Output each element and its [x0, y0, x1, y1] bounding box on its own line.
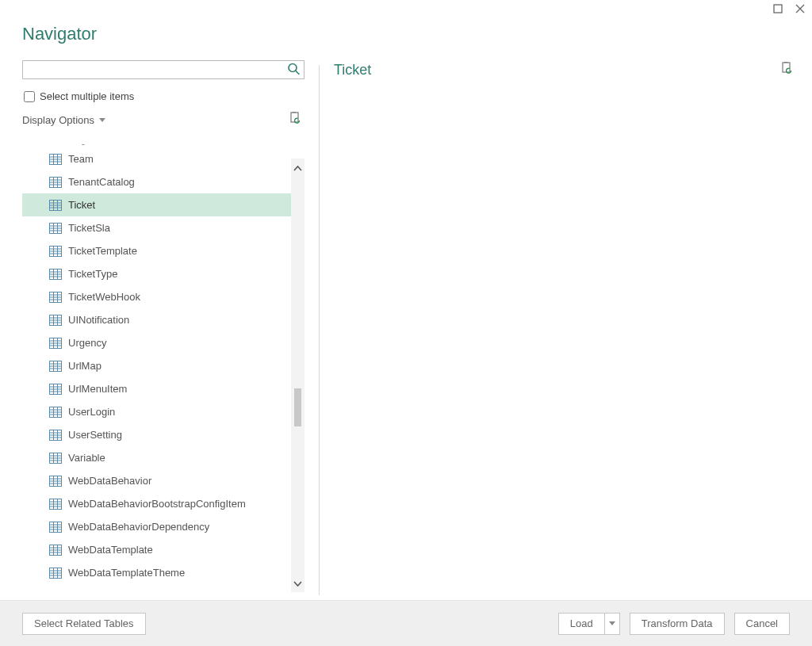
- table-item[interactable]: WebDataTemplateTheme: [22, 561, 304, 584]
- table-item[interactable]: WebDataBehavior: [22, 469, 304, 492]
- table-item[interactable]: TicketType: [22, 262, 304, 285]
- chevron-down-icon: [99, 118, 105, 122]
- table-item[interactable]: Ticket: [22, 193, 304, 216]
- table-item-label: UserSetting: [68, 429, 122, 441]
- table-icon: [49, 430, 62, 441]
- pane-divider: [319, 65, 320, 595]
- table-item[interactable]: Urgency: [22, 331, 304, 354]
- table-icon: [49, 361, 62, 372]
- transform-data-button[interactable]: Transform Data: [630, 613, 725, 635]
- table-item[interactable]: TicketSla: [22, 216, 304, 239]
- table-item-label: TicketTemplate: [68, 245, 137, 257]
- table-icon: [49, 522, 62, 533]
- table-item[interactable]: TicketTemplate: [22, 239, 304, 262]
- table-item-label: WebDataTemplateTheme: [68, 567, 185, 579]
- search-box: [22, 60, 304, 79]
- table-icon: [49, 200, 62, 211]
- table-item[interactable]: WebDataBehaviorDependency: [22, 515, 304, 538]
- select-multiple-label: Select multiple items: [40, 90, 134, 102]
- table-item[interactable]: TenantCatalog: [22, 170, 304, 193]
- table-icon: [49, 568, 62, 579]
- preview-refresh-icon[interactable]: [780, 62, 793, 78]
- cancel-button[interactable]: Cancel: [734, 613, 790, 635]
- table-item-label: Ticket: [68, 199, 95, 211]
- table-item[interactable]: Variable: [22, 446, 304, 469]
- table-item[interactable]: WebDataBehaviorBootstrapConfigItem: [22, 492, 304, 515]
- display-options-label: Display Options: [22, 114, 94, 126]
- display-options-button[interactable]: Display Options: [22, 114, 105, 126]
- table-icon: [49, 453, 62, 464]
- preview-title: Ticket: [334, 62, 371, 78]
- scrollbar[interactable]: [291, 159, 304, 592]
- table-item-label: WebDataTemplate: [68, 544, 153, 556]
- table-item-label: UrlMenuItem: [68, 383, 127, 395]
- navigator-title: Navigator: [22, 24, 790, 44]
- maximize-icon[interactable]: [772, 3, 783, 14]
- table-item-label: Variable: [68, 452, 105, 464]
- table-icon: [49, 292, 62, 303]
- tree-separator: -: [22, 140, 304, 147]
- scroll-down-icon[interactable]: [293, 577, 302, 589]
- select-multiple-checkbox[interactable]: [24, 91, 35, 102]
- table-icon: [49, 154, 62, 165]
- table-item-label: TicketWebHook: [68, 291, 140, 303]
- chevron-down-icon: [609, 621, 615, 625]
- tree-wrap: -TeamTenantCatalogTicketTicketSlaTicketT…: [22, 136, 304, 600]
- table-item-label: TenantCatalog: [68, 176, 135, 188]
- table-item[interactable]: WebDataTemplate: [22, 538, 304, 561]
- table-icon: [49, 246, 62, 257]
- table-item-label: WebDataBehavior: [68, 475, 151, 487]
- search-input[interactable]: [22, 60, 304, 79]
- table-icon: [49, 177, 62, 188]
- table-item[interactable]: UserLogin: [22, 400, 304, 423]
- table-item[interactable]: Team: [22, 147, 304, 170]
- table-icon: [49, 499, 62, 510]
- preview-header: Ticket: [334, 62, 793, 78]
- scroll-thumb[interactable]: [294, 388, 301, 426]
- table-item-label: TicketType: [68, 268, 117, 280]
- table-item[interactable]: TicketWebHook: [22, 285, 304, 308]
- header: Navigator: [0, 17, 812, 60]
- table-icon: [49, 476, 62, 487]
- table-icon: [49, 269, 62, 280]
- table-icon: [49, 223, 62, 234]
- load-dropdown-button[interactable]: [604, 613, 620, 635]
- svg-rect-0: [774, 5, 782, 13]
- footer: Select Related Tables Load Transform Dat…: [0, 600, 812, 646]
- table-item[interactable]: UserSetting: [22, 423, 304, 446]
- select-multiple-row[interactable]: Select multiple items: [22, 86, 304, 110]
- display-options-row: Display Options: [22, 110, 304, 133]
- table-item[interactable]: UrlMap: [22, 354, 304, 377]
- search-icon[interactable]: [287, 63, 300, 78]
- table-icon: [49, 315, 62, 326]
- load-split-button: Load: [558, 613, 620, 635]
- close-icon[interactable]: [795, 3, 806, 14]
- table-item-label: UserLogin: [68, 406, 115, 418]
- table-icon: [49, 338, 62, 349]
- table-item-label: TicketSla: [68, 222, 110, 234]
- table-item-label: UrlMap: [68, 360, 102, 372]
- table-item[interactable]: UINotification: [22, 308, 304, 331]
- title-bar: [0, 0, 812, 17]
- table-icon: [49, 384, 62, 395]
- table-item-label: WebDataBehaviorBootstrapConfigItem: [68, 498, 246, 510]
- select-related-tables-button[interactable]: Select Related Tables: [22, 613, 146, 635]
- left-pane: Select multiple items Display Options -T…: [0, 60, 304, 600]
- load-button[interactable]: Load: [558, 613, 604, 635]
- table-item-label: WebDataBehaviorDependency: [68, 521, 209, 533]
- table-item[interactable]: UrlMenuItem: [22, 377, 304, 400]
- table-item-label: Team: [68, 153, 94, 165]
- table-icon: [49, 545, 62, 556]
- table-icon: [49, 407, 62, 418]
- content: Select multiple items Display Options -T…: [0, 60, 812, 600]
- right-pane: Ticket: [334, 60, 812, 600]
- table-item-label: UINotification: [68, 314, 129, 326]
- refresh-icon[interactable]: [289, 112, 301, 128]
- table-tree: -TeamTenantCatalogTicketTicketSlaTicketT…: [22, 136, 304, 600]
- scroll-up-icon[interactable]: [293, 162, 302, 174]
- table-item-label: Urgency: [68, 337, 106, 349]
